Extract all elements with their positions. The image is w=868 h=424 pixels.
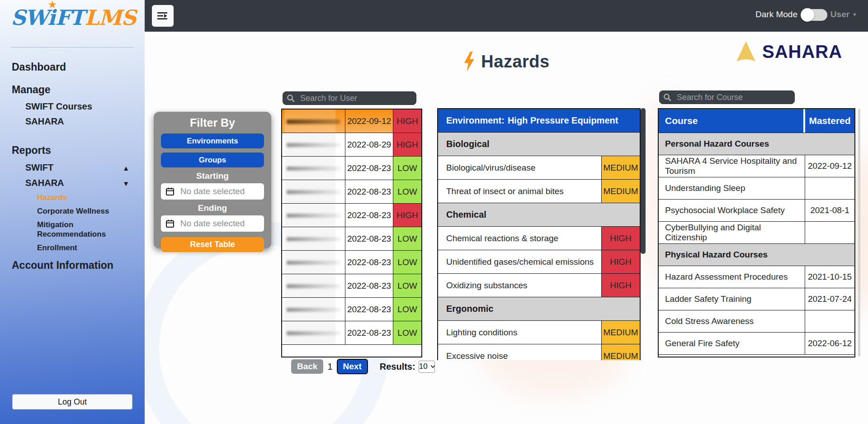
sidebar-toggle-button[interactable] — [152, 5, 174, 27]
hazard-section-header: Ergonomic — [438, 297, 640, 321]
environment-header: Environment: High Pressure Equipment — [438, 109, 640, 133]
sidebar-item-mitigation[interactable]: Mitigation Recommendations — [0, 220, 131, 239]
user-row[interactable]: 2022-08-29HIGH — [282, 133, 421, 157]
user-row-date: 2022-08-23 — [345, 251, 393, 274]
course-name: General Fire Safety — [659, 333, 805, 354]
sidebar-item-swift-report[interactable]: SWIFT▲ — [0, 162, 145, 173]
sidebar-item-sahara-manage[interactable]: SAHARA — [0, 116, 145, 127]
user-row-date: 2022-08-23 — [345, 180, 393, 203]
sidebar-item-sahara-report[interactable]: SAHARA▼ — [0, 177, 145, 188]
user-row-date: 2022-08-29 — [345, 133, 393, 156]
course-row: CyberBullying and Digital Citizenship — [659, 222, 854, 244]
user-row-date: 2022-08-23 — [345, 227, 393, 250]
groups-filter-button[interactable]: Groups — [161, 152, 264, 167]
user-row[interactable]: 2022-08-23LOW — [282, 298, 421, 321]
environment-header-name: High Pressure Equipment — [508, 115, 618, 126]
risk-badge: MEDIUM — [602, 344, 640, 360]
user-row[interactable]: 2022-08-23LOW — [282, 321, 421, 345]
logout-button[interactable]: Log Out — [12, 394, 132, 410]
user-row[interactable]: 2022-08-23LOW — [282, 157, 421, 180]
scrollbar-thumb[interactable] — [641, 108, 646, 254]
hazard-label: Unidentified gases/chemical emissions — [438, 250, 602, 273]
lightning-bolt-icon — [463, 52, 476, 71]
search-icon — [663, 93, 671, 103]
user-row[interactable]: 2022-08-23LOW — [282, 251, 421, 274]
hazard-row: Unidentified gases/chemical emissionsHIG… — [438, 250, 640, 274]
user-row[interactable]: 2022-08-23LOW — [282, 227, 421, 251]
sidebar-item-dashboard[interactable]: Dashboard — [0, 61, 145, 73]
user-row-date: 2022-08-23 — [345, 274, 393, 297]
risk-badge: MEDIUM — [602, 180, 640, 203]
dune-triangle-icon — [735, 40, 757, 63]
risk-badge: LOW — [393, 157, 421, 180]
reset-table-button[interactable]: Reset Table — [161, 237, 264, 252]
hazard-row: Threat of insect or animal bitesMEDIUM — [438, 180, 640, 203]
dark-mode-toggle[interactable] — [801, 9, 827, 21]
sidebar-item-label: Reports — [12, 144, 51, 156]
sidebar-item-reports[interactable]: Reports — [0, 144, 145, 157]
redacted-name-blur — [287, 167, 340, 171]
risk-badge: HIGH — [393, 110, 421, 133]
user-name-redacted — [282, 133, 345, 156]
starting-date-placeholder: No date selected — [180, 186, 245, 196]
sidebar-item-swift-courses[interactable]: SWIFT Courses — [0, 101, 145, 112]
filter-panel-title: Filter By — [161, 116, 264, 129]
risk-badge: HIGH — [602, 227, 640, 250]
main-content: Hazards SAHARA Filter By Environments Gr… — [145, 32, 868, 424]
redacted-name-blur — [287, 261, 340, 265]
sidebar-item-account-info[interactable]: Account Information — [0, 259, 145, 272]
course-row: Psychosocial Workplace Safety2021-08-1 — [659, 200, 854, 222]
risk-badge: MEDIUM — [602, 156, 640, 179]
course-mastered-table: Course Mastered Personal Hazard CoursesS… — [658, 108, 855, 357]
menu-indent-icon — [157, 11, 169, 21]
user-row-date: 2022-08-23 — [345, 157, 393, 180]
user-row[interactable]: 2022-08-23LOW — [282, 180, 421, 204]
course-search-input[interactable] — [659, 91, 795, 104]
sidebar: SWi★FTLMS DashboardManageSWIFT CoursesSA… — [0, 0, 145, 424]
sidebar-item-enrollment[interactable]: Enrollment — [0, 243, 145, 252]
user-name-redacted — [282, 180, 345, 203]
user-row-date: 2022-08-23 — [345, 321, 393, 344]
user-name-redacted — [282, 110, 345, 133]
hazard-section-header: Chemical — [438, 203, 640, 227]
sidebar-item-label: Hazards — [37, 193, 67, 202]
ending-date-picker[interactable]: No date selected — [161, 215, 264, 232]
sidebar-item-manage[interactable]: Manage — [0, 83, 145, 96]
sidebar-item-corporate-wellness[interactable]: Corporate Wellness — [0, 206, 145, 216]
sidebar-item-label: Mitigation Recommendations — [37, 220, 106, 238]
chevron-down-icon[interactable]: ▼ — [123, 178, 129, 189]
user-menu[interactable]: User ▼ — [830, 10, 857, 19]
user-row[interactable]: 2022-09-12HIGH — [282, 110, 421, 133]
environments-filter-button[interactable]: Environments — [161, 133, 264, 148]
sidebar-divider — [11, 47, 134, 48]
sidebar-item-label: SAHARA — [25, 178, 64, 188]
sidebar-item-label: SWIFT — [25, 162, 53, 172]
course-mastered-date — [805, 222, 854, 243]
user-row[interactable]: 2022-08-23HIGH — [282, 204, 421, 227]
ending-date-placeholder: No date selected — [180, 219, 245, 229]
chevron-down-icon: ▼ — [852, 12, 857, 17]
sidebar-item-hazards[interactable]: Hazards — [0, 193, 145, 202]
calendar-icon — [165, 219, 175, 230]
course-mastered-date: 2022-06-12 — [805, 333, 854, 354]
user-search-input[interactable] — [283, 91, 416, 105]
redacted-name-blur — [287, 284, 340, 288]
starting-date-picker[interactable]: No date selected — [161, 183, 264, 200]
next-button[interactable]: Next — [337, 359, 368, 374]
hazard-label: Oxidizing substances — [438, 274, 602, 297]
course-name: SAHARA 4 Service Hospitality and Tourism — [659, 155, 805, 177]
user-name-redacted — [282, 251, 345, 274]
course-row: General Fire Safety2022-06-12 — [659, 333, 854, 355]
course-table-header: Course Mastered — [659, 109, 854, 133]
back-button[interactable]: Back — [291, 359, 323, 374]
user-name-redacted — [282, 157, 345, 180]
redacted-name-blur — [287, 119, 340, 124]
chevron-up-icon[interactable]: ▲ — [123, 163, 129, 174]
results-per-page-select[interactable]: 10 — [419, 361, 435, 373]
course-mastered-date: 2021-07-24 — [805, 288, 854, 310]
course-row: Hazard Assessment Procedures2021-10-15 — [659, 266, 854, 288]
hazard-section-header: Biological — [438, 133, 640, 156]
user-row[interactable]: 2022-08-23LOW — [282, 274, 421, 298]
scrollbar-track[interactable] — [858, 109, 860, 357]
course-row: Understanding Sleep — [659, 177, 854, 200]
